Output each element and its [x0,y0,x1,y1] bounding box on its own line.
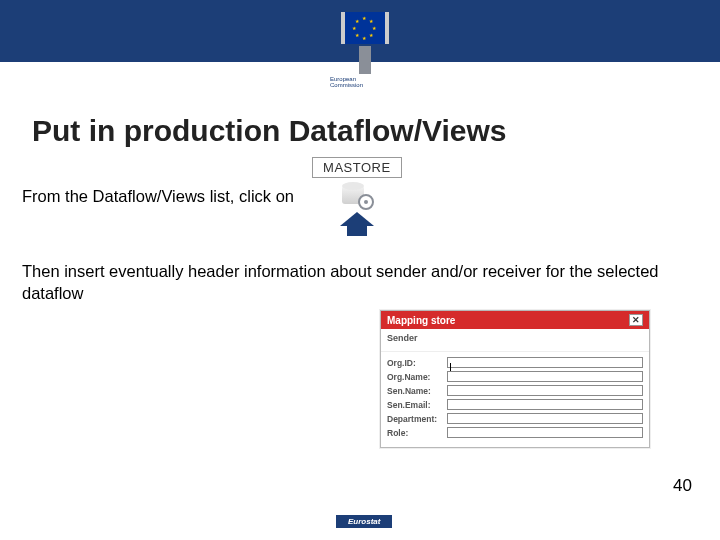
input-orgid[interactable] [447,357,643,368]
input-role[interactable] [447,427,643,438]
input-orgname[interactable] [447,371,643,382]
dialog-titlebar: Mapping store ✕ [381,311,649,329]
ec-logo-text: European Commission [330,76,400,88]
label-role: Role: [387,428,447,438]
header-banner: ★★ ★★ ★★ ★★ European Commission [0,0,720,70]
slide-title: Put in production Dataflow/Views [32,114,720,149]
instruction-text-2: Then insert eventually header informatio… [22,260,720,305]
ec-logo: ★★ ★★ ★★ ★★ European Commission [330,12,400,88]
label-senname: Sen.Name: [387,386,447,396]
label-department: Department: [387,414,447,424]
dialog-section-sender: Sender [381,329,649,352]
instruction-row-1: From the Dataflow/Views list, click on M… [22,157,720,236]
input-senname[interactable] [447,385,643,396]
close-icon[interactable]: ✕ [629,314,643,326]
mapping-store-dialog: Mapping store ✕ Sender Org.ID: Org.Name:… [380,310,650,448]
input-department[interactable] [447,413,643,424]
eu-flag-icon: ★★ ★★ ★★ ★★ [341,12,389,44]
building-icon [359,46,371,74]
label-orgid: Org.ID: [387,358,447,368]
instruction-text-1: From the Dataflow/Views list, click on [22,187,294,206]
footer-label: Eurostat [336,515,392,528]
database-gear-icon[interactable] [340,180,374,210]
dialog-title-text: Mapping store [387,315,455,326]
page-number: 40 [673,476,692,496]
label-senemail: Sen.Email: [387,400,447,410]
label-orgname: Org.Name: [387,372,447,382]
mastore-label: MASTORE [312,157,402,178]
input-senemail[interactable] [447,399,643,410]
arrow-up-icon [340,212,374,226]
mastore-widget: MASTORE [312,157,402,236]
